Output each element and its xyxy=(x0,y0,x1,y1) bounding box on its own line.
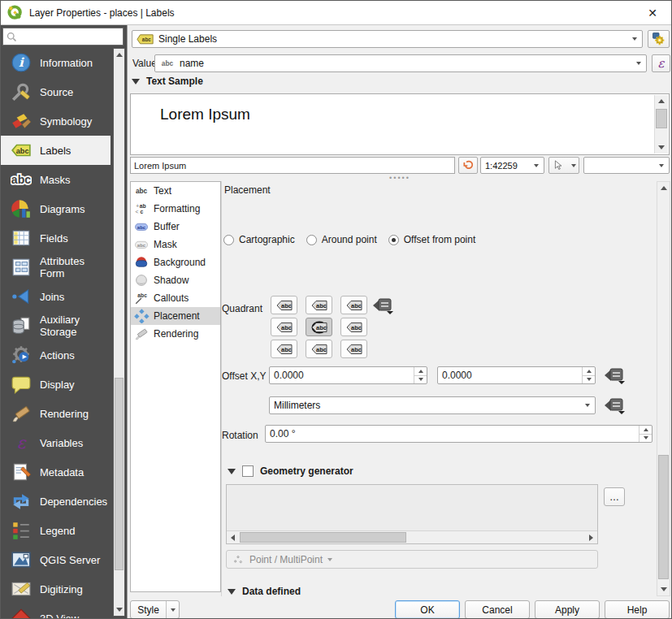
quadrant-cell-1[interactable]: abc xyxy=(306,296,332,314)
label-mode-combo[interactable]: abc Single Labels xyxy=(132,30,643,48)
spin-down-icon[interactable] xyxy=(583,375,595,384)
spin-down-icon[interactable] xyxy=(414,375,427,384)
preview-background-combo[interactable] xyxy=(583,157,670,174)
scroll-down-icon[interactable] xyxy=(657,583,670,595)
sidebar-item-attributes-form[interactable]: Attributes Form xyxy=(1,253,111,282)
rotation-label: Rotation xyxy=(222,430,258,441)
sidebar-item-joins[interactable]: Joins xyxy=(1,282,111,311)
radio-circle-icon[interactable] xyxy=(306,235,317,245)
chevron-down-icon xyxy=(632,37,637,41)
sidebar-item-fields[interactable]: Fields xyxy=(1,223,111,253)
tab-background[interactable]: Background xyxy=(131,253,220,271)
main-scrollbar[interactable] xyxy=(657,181,670,596)
sidebar-item-masks[interactable]: abcMasks xyxy=(1,165,111,194)
tab-buffer[interactable]: abcBuffer xyxy=(131,218,220,236)
scroll-down-icon[interactable] xyxy=(655,141,668,154)
quadrant-cell-3[interactable]: abc xyxy=(271,318,297,336)
close-button[interactable]: ✕ xyxy=(639,1,666,24)
quadrant-cell-8[interactable]: abc xyxy=(340,340,367,358)
scroll-left-icon[interactable] xyxy=(227,531,239,543)
preview-scroll-thumb[interactable] xyxy=(656,109,667,128)
ok-button[interactable]: OK xyxy=(395,600,460,619)
sidebar-item-information[interactable]: iInformation xyxy=(1,48,111,77)
automated-placement-settings-button[interactable] xyxy=(648,30,670,48)
sidebar-item-metadata[interactable]: Metadata xyxy=(1,457,111,487)
sample-text-input[interactable]: Lorem Ipsum xyxy=(130,157,455,174)
spin-up-icon[interactable] xyxy=(583,367,595,375)
search-input[interactable] xyxy=(18,31,120,42)
sidebar-item-source[interactable]: Source xyxy=(1,77,111,106)
radio-cartographic[interactable]: Cartographic xyxy=(223,234,295,245)
radio-circle-icon[interactable] xyxy=(388,235,399,245)
tab-formatting[interactable]: +ab<cFormatting xyxy=(131,200,220,218)
quadrant-cell-6[interactable]: abc xyxy=(271,340,297,358)
tab-rendering[interactable]: Rendering xyxy=(131,325,220,343)
sidebar-item-display[interactable]: Display xyxy=(1,370,111,399)
rotation-spinbox[interactable]: 0.00 ° xyxy=(265,425,652,443)
sidebar-item-variables[interactable]: εVariables xyxy=(1,428,111,457)
value-field-combo[interactable]: abc name xyxy=(154,54,647,72)
scroll-right-icon[interactable] xyxy=(585,531,597,543)
radio-around-point[interactable]: Around point xyxy=(306,234,377,245)
sidebar-item-legend[interactable]: Legend xyxy=(1,516,111,545)
tab-placement[interactable]: Placement xyxy=(131,307,220,325)
expression-builder-button[interactable]: ε xyxy=(652,54,670,72)
cancel-button[interactable]: Cancel xyxy=(465,600,530,619)
geometry-type-combo[interactable]: Point / MultiPoint xyxy=(226,550,598,569)
spin-up-icon[interactable] xyxy=(414,367,427,375)
sidebar-item-qgis-server[interactable]: QGIS Server xyxy=(1,545,111,574)
sidebar-item-symbology[interactable]: Symbology xyxy=(1,106,111,136)
sidebar-scroll-thumb[interactable] xyxy=(115,378,124,570)
expression-browse-button[interactable]: … xyxy=(604,487,625,506)
sidebar-item-diagrams[interactable]: Diagrams xyxy=(1,194,111,223)
scroll-up-icon[interactable] xyxy=(657,182,670,194)
offset-units-combo[interactable]: Millimeters xyxy=(269,396,596,414)
data-defined-override-icon[interactable] xyxy=(372,297,394,315)
scroll-up-icon[interactable] xyxy=(655,95,668,107)
text-sample-header[interactable]: Text Sample xyxy=(132,76,203,87)
geometry-generator-checkbox[interactable] xyxy=(242,465,254,477)
sidebar-item-3d-view[interactable]: 3D View xyxy=(1,604,111,618)
geometry-generator-header[interactable]: Geometry generator xyxy=(228,465,353,477)
quadrant-cell-2[interactable]: abc xyxy=(340,296,367,314)
expression-hscrollbar[interactable] xyxy=(227,530,597,543)
preview-scale-combo[interactable]: 1:42259 xyxy=(480,157,544,174)
main-scroll-thumb[interactable] xyxy=(658,455,669,579)
chevron-down-icon xyxy=(636,62,641,65)
quadrant-cell-5[interactable]: abc xyxy=(340,318,367,336)
expression-scroll-thumb[interactable] xyxy=(240,532,406,543)
data-defined-override-icon[interactable] xyxy=(604,396,626,415)
quadrant-cell-4-selected[interactable]: abc xyxy=(306,318,332,336)
tab-shadow[interactable]: Shadow xyxy=(131,271,220,289)
scroll-down-icon[interactable] xyxy=(114,604,124,616)
radio-circle-icon[interactable] xyxy=(223,235,234,245)
sidebar-item-actions[interactable]: Actions xyxy=(1,340,111,370)
offset-x-spinbox[interactable]: 0.0000 xyxy=(269,366,427,384)
tab-mask[interactable]: abcMask xyxy=(131,236,220,253)
sidebar-item-dependencies[interactable]: Dependencies xyxy=(1,487,111,516)
spin-down-icon[interactable] xyxy=(639,434,652,443)
set-from-canvas-button[interactable] xyxy=(548,157,579,174)
offset-y-spinbox[interactable]: 0.0000 xyxy=(437,366,596,384)
sidebar-item-rendering[interactable]: Rendering xyxy=(1,399,111,428)
preview-scrollbar[interactable] xyxy=(654,95,668,154)
help-button[interactable]: Help xyxy=(605,600,670,619)
sidebar-item-digitizing[interactable]: Digitizing xyxy=(1,574,111,604)
geometry-expression-area[interactable] xyxy=(226,484,598,544)
tab-callouts[interactable]: abcCallouts xyxy=(131,289,220,307)
data-defined-header[interactable]: Data defined xyxy=(228,586,301,597)
radio-offset-from-point[interactable]: Offset from point xyxy=(388,234,475,245)
labels-icon: abc xyxy=(11,140,32,161)
spin-up-icon[interactable] xyxy=(639,426,652,434)
sidebar-item-auxiliary-storage[interactable]: Auxiliary Storage xyxy=(1,311,111,340)
scroll-up-icon[interactable] xyxy=(114,49,124,61)
apply-button[interactable]: Apply xyxy=(535,600,600,619)
tab-text[interactable]: abcText xyxy=(131,182,220,200)
style-button[interactable]: Style xyxy=(130,600,180,619)
reset-sample-button[interactable] xyxy=(458,157,478,174)
sidebar-item-labels[interactable]: abcLabels xyxy=(1,136,111,165)
data-defined-override-icon[interactable] xyxy=(604,366,626,385)
sidebar-scrollbar[interactable] xyxy=(113,48,125,617)
quadrant-cell-0[interactable]: abc xyxy=(271,296,297,314)
quadrant-cell-7[interactable]: abc xyxy=(306,340,332,358)
